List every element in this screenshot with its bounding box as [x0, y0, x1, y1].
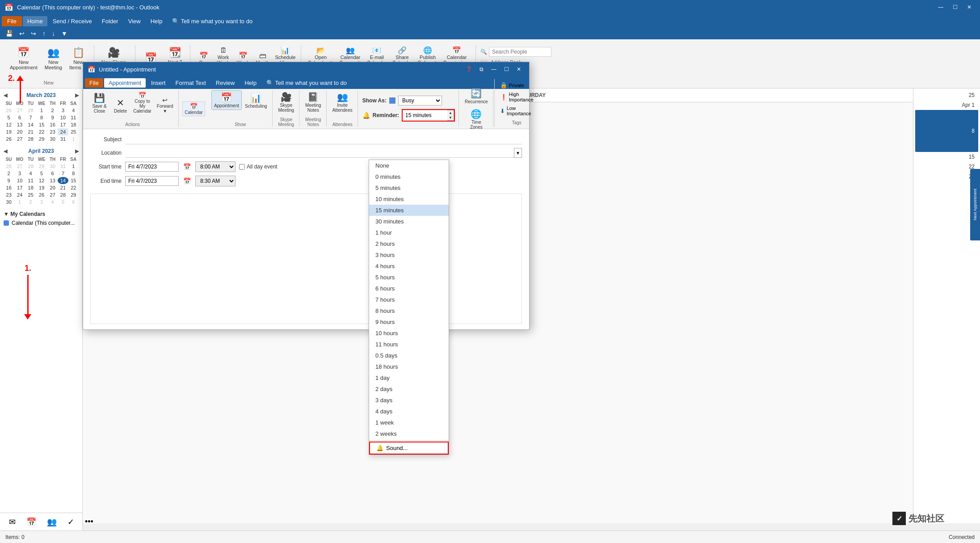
search-people-input[interactable]: [489, 47, 551, 57]
dd-9hr[interactable]: 9 hours: [369, 316, 449, 328]
dd-30min[interactable]: 30 minutes: [369, 216, 449, 227]
dd-10hr[interactable]: 10 hours: [369, 328, 449, 339]
april-w1-sa[interactable]: 8: [68, 170, 79, 177]
april-w0-fr[interactable]: 31: [58, 163, 68, 170]
april-w0-sa[interactable]: 1: [68, 163, 79, 170]
dialog-menu-tell-me[interactable]: 🔍 Tell me what you want to do: [262, 78, 351, 88]
april-w5-sa[interactable]: 6: [68, 198, 79, 206]
calendar-item-main[interactable]: Calendar (This computer...: [4, 219, 79, 227]
right-date-22[interactable]: 22: [915, 162, 978, 172]
march-w1-fr[interactable]: 3: [58, 107, 68, 114]
march-w1-th[interactable]: 2: [47, 107, 58, 114]
april-w1-tu[interactable]: 4: [25, 170, 36, 177]
march-w1-su[interactable]: 26: [4, 107, 14, 114]
april-w2-su[interactable]: 9: [4, 177, 14, 184]
new-meeting-btn[interactable]: 👥 NewMeeting: [42, 45, 65, 72]
april-w1-fr[interactable]: 7: [58, 170, 68, 177]
my-calendars-header[interactable]: ▼ My Calendars: [4, 211, 79, 217]
dd-18hr[interactable]: 18 hours: [369, 361, 449, 372]
end-date-picker-icon[interactable]: 📅: [182, 177, 192, 185]
april-w0-mo[interactable]: 27: [14, 163, 25, 170]
march-w4-mo[interactable]: 20: [14, 128, 25, 135]
dd-6hr[interactable]: 6 hours: [369, 283, 449, 294]
more-nav-btn[interactable]: •••: [81, 515, 97, 528]
march-w3-we[interactable]: 15: [36, 121, 47, 128]
april-w0-we[interactable]: 29: [36, 163, 47, 170]
dd-1week[interactable]: 1 week: [369, 417, 449, 428]
menu-folder[interactable]: Folder: [97, 16, 123, 26]
april-w4-th[interactable]: 27: [47, 191, 58, 198]
april-w2-tu[interactable]: 11: [25, 177, 36, 184]
appointment-body-area[interactable]: [90, 194, 522, 324]
appointment-notes-textarea[interactable]: [91, 194, 522, 324]
dd-7hr[interactable]: 7 hours: [369, 294, 449, 305]
start-date-picker-icon[interactable]: 📅: [182, 162, 192, 171]
april-w5-tu[interactable]: 2: [25, 198, 36, 206]
dd-2day[interactable]: 2 days: [369, 383, 449, 395]
dd-4day[interactable]: 4 days: [369, 406, 449, 417]
dialog-menu-format[interactable]: Format Text: [171, 78, 210, 88]
march-w1-mo[interactable]: 27: [14, 107, 25, 114]
dd-3hr[interactable]: 3 hours: [369, 249, 449, 261]
april-w4-su[interactable]: 23: [4, 191, 14, 198]
march-w1-tu[interactable]: 28: [25, 107, 36, 114]
dialog-menu-appointment[interactable]: Appointment: [104, 78, 146, 88]
april-w5-th[interactable]: 4: [47, 198, 58, 206]
dd-2hr[interactable]: 2 hours: [369, 238, 449, 249]
right-date-29[interactable]: 29: [915, 172, 978, 181]
april-w2-sa[interactable]: 15: [68, 177, 79, 184]
invite-attendees-btn[interactable]: 👥 InviteAttendees: [330, 90, 355, 114]
recurrence-btn[interactable]: 🔄 Recurrence: [463, 87, 490, 105]
dialog-restore-btn[interactable]: ⧉: [475, 63, 487, 75]
menu-help[interactable]: Help: [146, 16, 167, 26]
qa-save[interactable]: 💾: [4, 29, 15, 38]
april-w3-mo[interactable]: 17: [14, 184, 25, 191]
location-dropdown-btn[interactable]: ▼: [514, 148, 522, 158]
forward-btn[interactable]: ↩ Forward ▼: [154, 95, 176, 115]
dd-0min[interactable]: 0 minutes: [369, 171, 449, 182]
march-w3-sa[interactable]: 18: [68, 121, 79, 128]
dd-11hr[interactable]: 11 hours: [369, 339, 449, 350]
april-w5-we[interactable]: 3: [36, 198, 47, 206]
march-w3-mo[interactable]: 13: [14, 121, 25, 128]
close-btn[interactable]: ✕: [963, 1, 976, 13]
dd-1day[interactable]: 1 day: [369, 372, 449, 383]
qa-redo[interactable]: ↪: [29, 29, 38, 38]
right-date-apr1[interactable]: Apr 1: [915, 100, 978, 110]
menu-tell-me[interactable]: 🔍 Tell me what you want to do: [168, 16, 257, 26]
reminder-value-input[interactable]: [403, 111, 447, 119]
april-w4-sa[interactable]: 29: [68, 191, 79, 198]
dd-none[interactable]: None: [369, 160, 449, 171]
private-btn[interactable]: 🔒 Private: [498, 81, 535, 89]
appointment-view-btn[interactable]: 📅 Appointment: [211, 90, 242, 110]
march-w3-tu[interactable]: 14: [25, 121, 36, 128]
high-importance-btn[interactable]: ❗ High Importance: [498, 91, 535, 103]
march-w5-we[interactable]: 29: [36, 135, 47, 143]
dd-1hr[interactable]: 1 hour: [369, 227, 449, 238]
april-w0-th[interactable]: 30: [47, 163, 58, 170]
delete-btn[interactable]: ✕ Delete: [110, 96, 130, 115]
march-w2-sa[interactable]: 11: [68, 114, 79, 121]
march-w5-th[interactable]: 30: [47, 135, 58, 143]
menu-file[interactable]: File: [2, 16, 22, 26]
meeting-notes-btn[interactable]: 📓 MeetingNotes: [303, 90, 324, 114]
april-w5-mo[interactable]: 1: [14, 198, 25, 206]
dialog-help-btn[interactable]: ❓: [463, 63, 475, 75]
dd-8hr[interactable]: 8 hours: [369, 305, 449, 316]
dd-2weeks[interactable]: 2 weeks: [369, 428, 449, 439]
location-input[interactable]: [125, 148, 522, 158]
reminder-spin-down[interactable]: ▼: [447, 115, 454, 120]
right-date-25[interactable]: 25: [915, 90, 978, 100]
people-nav-btn[interactable]: 👥: [43, 515, 60, 529]
menu-send-receive[interactable]: Send / Receive: [48, 16, 97, 26]
next-appointment-bar[interactable]: Next Appointment: [970, 169, 980, 240]
april-w4-tu[interactable]: 25: [25, 191, 36, 198]
march-w3-th[interactable]: 16: [47, 121, 58, 128]
march-w5-fr[interactable]: 31: [58, 135, 68, 143]
april-w3-we[interactable]: 19: [36, 184, 47, 191]
start-time-select[interactable]: 8:00 AM 8:30 AM 9:00 AM: [195, 161, 236, 172]
april-w2-we[interactable]: 12: [36, 177, 47, 184]
show-as-select[interactable]: Busy Free Tentative Out of Office: [398, 96, 442, 105]
april-w1-mo[interactable]: 3: [14, 170, 25, 177]
april-w1-th[interactable]: 6: [47, 170, 58, 177]
